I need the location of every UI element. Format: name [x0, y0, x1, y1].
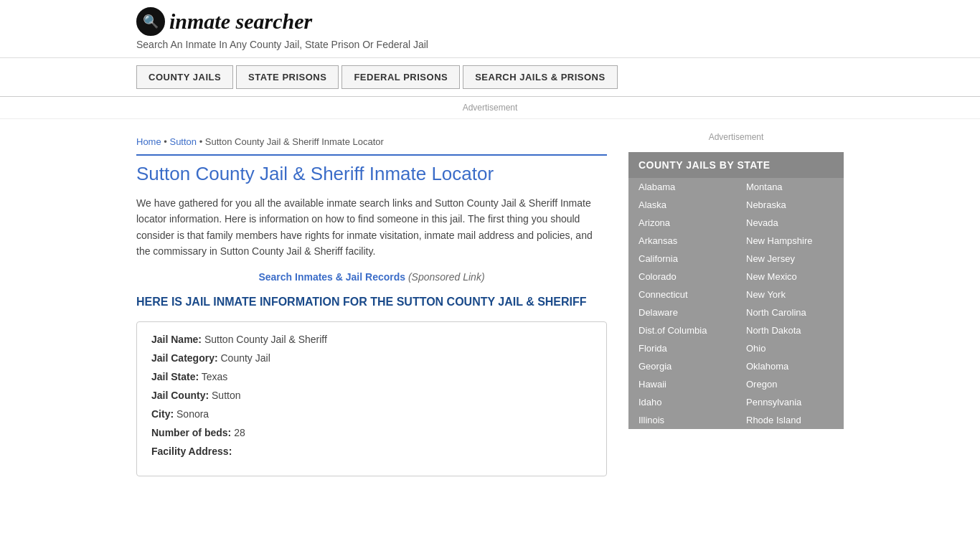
state-link-ohio[interactable]: Ohio [736, 339, 844, 357]
jail-county-label: Jail County: [151, 390, 209, 401]
state-link-florida[interactable]: Florida [628, 339, 736, 357]
state-box-title: COUNTY JAILS BY STATE [628, 152, 844, 178]
federal-prisons-nav-btn[interactable]: FEDERAL PRISONS [341, 65, 460, 89]
state-link-rhode-island[interactable]: Rhode Island [736, 411, 844, 429]
state-link-new-hampshire[interactable]: New Hampshire [736, 232, 844, 250]
state-link-california[interactable]: California [628, 250, 736, 268]
header: 🔍 inmate searcher Search An Inmate In An… [0, 0, 980, 58]
beds-row: Number of beds: 28 [151, 427, 592, 438]
state-link-oregon[interactable]: Oregon [736, 375, 844, 393]
jail-county-row: Jail County: Sutton [151, 390, 592, 401]
tagline: Search An Inmate In Any County Jail, Sta… [136, 39, 844, 50]
jail-name-row: Jail Name: Sutton County Jail & Sheriff [151, 334, 592, 345]
info-box: Jail Name: Sutton County Jail & Sheriff … [136, 321, 607, 476]
logo-brand: inmate searcher [169, 9, 312, 33]
state-link-arkansas[interactable]: Arkansas [628, 232, 736, 250]
state-link-georgia[interactable]: Georgia [628, 357, 736, 375]
state-link-new-york[interactable]: New York [736, 286, 844, 303]
section-heading: HERE IS JAIL INMATE INFORMATION FOR THE … [136, 294, 607, 310]
jail-category-label: Jail Category: [151, 352, 218, 364]
state-link-alaska[interactable]: Alaska [628, 196, 736, 214]
jail-name-value: Sutton County Jail & Sheriff [204, 334, 327, 345]
state-link-north-dakota[interactable]: North Dakota [736, 321, 844, 339]
state-link-illinois[interactable]: Illinois [628, 411, 736, 429]
content-wrap: Home • Sutton • Sutton County Jail & She… [0, 126, 980, 476]
breadcrumb-current: Sutton County Jail & Sheriff Inmate Loca… [205, 136, 384, 147]
beds-value: 28 [234, 427, 245, 438]
logo-icon: 🔍 [136, 7, 165, 36]
jail-category-value: County Jail [220, 352, 270, 364]
city-label: City: [151, 408, 174, 420]
nav-bar: COUNTY JAILS STATE PRISONS FEDERAL PRISO… [0, 58, 980, 97]
state-link-nevada[interactable]: Nevada [736, 214, 844, 232]
city-value: Sonora [176, 408, 209, 420]
state-link-alabama[interactable]: Alabama [628, 178, 736, 196]
state-link-idaho[interactable]: Idaho [628, 393, 736, 411]
state-link-nebraska[interactable]: Nebraska [736, 196, 844, 214]
page-title: Sutton County Jail & Sheriff Inmate Loca… [136, 154, 607, 185]
sponsored-link[interactable]: Search Inmates & Jail Records [258, 271, 405, 283]
facility-address-label: Facility Address: [151, 446, 232, 457]
county-jails-nav-btn[interactable]: COUNTY JAILS [136, 65, 233, 89]
state-box: COUNTY JAILS BY STATE Alabama Alaska Ari… [628, 152, 844, 429]
main-content: Home • Sutton • Sutton County Jail & She… [136, 126, 607, 476]
logo-area: 🔍 inmate searcher [136, 7, 844, 36]
search-jails-nav-btn[interactable]: SEARCH JAILS & PRISONS [463, 65, 617, 89]
breadcrumb: Home • Sutton • Sutton County Jail & She… [136, 136, 607, 147]
jail-state-value: Texas [202, 371, 228, 382]
state-link-delaware[interactable]: Delaware [628, 303, 736, 321]
state-link-new-jersey[interactable]: New Jersey [736, 250, 844, 268]
ad-bar: Advertisement [0, 97, 980, 119]
state-link-montana[interactable]: Montana [736, 178, 844, 196]
breadcrumb-parent[interactable]: Sutton [169, 136, 197, 147]
beds-label: Number of beds: [151, 427, 231, 438]
state-link-colorado[interactable]: Colorado [628, 268, 736, 286]
jail-category-row: Jail Category: County Jail [151, 352, 592, 364]
states-col2: Montana Nebraska Nevada New Hampshire Ne… [736, 178, 844, 429]
state-link-arizona[interactable]: Arizona [628, 214, 736, 232]
description: We have gathered for you all the availab… [136, 195, 607, 260]
facility-address-row: Facility Address: [151, 446, 592, 457]
state-link-dc[interactable]: Dist.of Columbia [628, 321, 736, 339]
state-link-hawaii[interactable]: Hawaii [628, 375, 736, 393]
states-col1: Alabama Alaska Arizona Arkansas Californ… [628, 178, 736, 429]
sponsored-link-area: Search Inmates & Jail Records (Sponsored… [136, 271, 607, 283]
jail-name-label: Jail Name: [151, 334, 202, 345]
state-link-north-carolina[interactable]: North Carolina [736, 303, 844, 321]
jail-state-label: Jail State: [151, 371, 199, 382]
state-grid: Alabama Alaska Arizona Arkansas Californ… [628, 178, 844, 429]
logo-text: inmate searcher [169, 9, 312, 34]
city-row: City: Sonora [151, 408, 592, 420]
jail-county-value: Sutton [212, 390, 240, 401]
breadcrumb-home[interactable]: Home [136, 136, 161, 147]
state-prisons-nav-btn[interactable]: STATE PRISONS [236, 65, 339, 89]
state-link-oklahoma[interactable]: Oklahoma [736, 357, 844, 375]
sponsored-suffix: (Sponsored Link) [408, 271, 485, 283]
state-link-new-mexico[interactable]: New Mexico [736, 268, 844, 286]
state-link-connecticut[interactable]: Connecticut [628, 286, 736, 303]
state-link-pennsylvania[interactable]: Pennsylvania [736, 393, 844, 411]
sidebar-ad: Advertisement [628, 126, 844, 152]
jail-state-row: Jail State: Texas [151, 371, 592, 382]
sidebar: Advertisement COUNTY JAILS BY STATE Alab… [628, 126, 844, 476]
